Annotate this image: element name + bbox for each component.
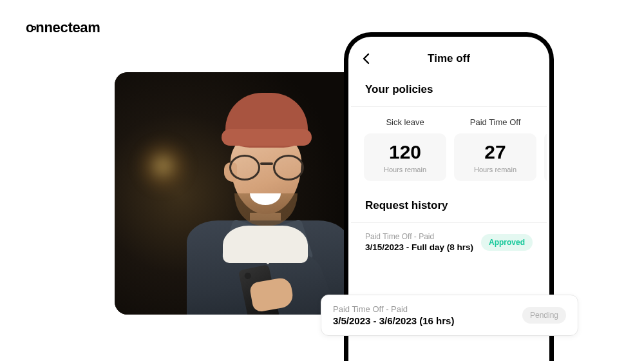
policy-sublabel: Hours remain — [459, 166, 531, 173]
policies-row[interactable]: Sick leave 120 Hours remain Paid Time Of… — [351, 107, 547, 194]
policies-heading: Your policies — [351, 78, 547, 106]
policy-value: 120 — [369, 142, 441, 162]
policy-card-pto[interactable]: Paid Time Off 27 Hours remain — [454, 117, 536, 181]
request-card-pending[interactable]: Paid Time Off - Paid 3/5/2023 - 3/6/2023… — [321, 295, 578, 336]
policy-value: 27 — [459, 142, 531, 162]
request-range: 3/5/2023 - 3/6/2023 (16 hrs) — [333, 315, 513, 326]
policy-card-sick-leave[interactable]: Sick leave 120 Hours remain — [364, 117, 446, 181]
policy-sublabel: Hours remain — [369, 166, 441, 173]
policy-name: Sick leave — [386, 117, 424, 127]
screen-header: Time off — [351, 39, 547, 78]
policy-card-overflow[interactable] — [544, 117, 547, 181]
request-history-heading: Request history — [351, 194, 547, 222]
marketing-photo — [115, 72, 375, 315]
request-type: Paid Time Off - Paid — [333, 304, 513, 314]
status-badge-approved: Approved — [481, 234, 533, 251]
brand-logo: cnnecteam — [26, 19, 100, 36]
page-title: Time off — [428, 52, 470, 65]
back-button[interactable] — [360, 52, 373, 65]
request-type: Paid Time Off - Paid — [365, 232, 475, 241]
request-range: 3/15/2023 - Full day (8 hrs) — [365, 242, 475, 252]
chevron-left-icon — [360, 52, 373, 65]
request-history-item[interactable]: Paid Time Off - Paid 3/15/2023 - Full da… — [351, 223, 547, 261]
status-badge-pending: Pending — [522, 307, 566, 324]
policy-name: Paid Time Off — [470, 117, 521, 127]
